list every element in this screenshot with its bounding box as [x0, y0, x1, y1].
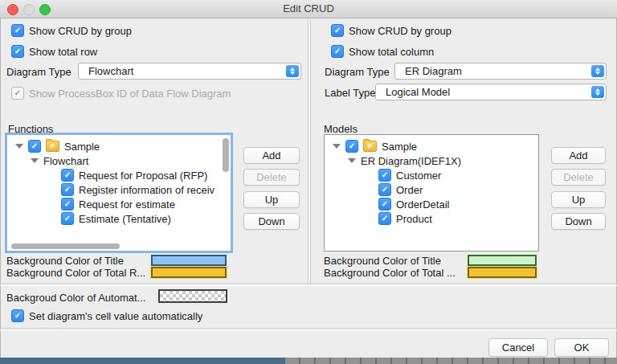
right-show-crud-checkbox[interactable] — [331, 24, 344, 37]
tree-item-flowchart[interactable]: Flowchart — [7, 153, 231, 168]
sample-checkbox[interactable] — [345, 140, 358, 153]
combo-stepper-icon — [591, 65, 604, 77]
set-cell-value-checkbox[interactable] — [11, 309, 24, 322]
tree-item-product[interactable]: Product — [325, 211, 538, 226]
tree-item-label: Register information of receiv — [79, 184, 215, 196]
footer-divider — [0, 328, 617, 331]
left-bg-total-label: Background Color of Total R... — [6, 267, 145, 279]
left-show-total-checkbox[interactable] — [11, 45, 24, 58]
tree-item-order[interactable]: Order — [325, 182, 538, 197]
left-add-button[interactable]: Add — [243, 147, 300, 164]
right-add-button[interactable]: Add — [551, 147, 606, 164]
left-title-color-swatch[interactable] — [151, 255, 227, 266]
left-show-crud-row: Show CRUD by group — [11, 24, 132, 37]
section-divider — [0, 283, 617, 286]
bg-automatic-label: Backgroud Color of Automat... — [6, 292, 145, 304]
disclosure-triangle-icon[interactable] — [348, 158, 356, 163]
tree-item-label: Sample — [64, 141, 100, 153]
left-show-crud-checkbox[interactable] — [11, 24, 24, 37]
item-checkbox[interactable] — [378, 183, 391, 196]
combo-stepper-icon — [286, 65, 299, 77]
tree-item-request-estimate[interactable]: Request for estimate — [7, 197, 231, 211]
models-tree-list[interactable]: P Sample ER Diagram(IDEF1X) Customer Ord… — [324, 134, 539, 252]
item-checkbox[interactable] — [378, 212, 391, 225]
functions-tree-list[interactable]: P Sample Flowchart Request for Proposal … — [6, 134, 231, 252]
tree-item-label: Product — [396, 213, 432, 225]
project-folder-letter: P — [50, 142, 55, 150]
left-processbox-checkbox — [11, 87, 24, 100]
panel-divider — [308, 19, 311, 284]
item-checkbox[interactable] — [61, 169, 74, 182]
right-show-total-checkbox[interactable] — [331, 45, 344, 58]
tree-item-label: ER Diagram(IDEF1X) — [361, 155, 461, 167]
functions-label: Functions — [8, 123, 53, 135]
tree-item-orderdetail[interactable]: OrderDetail — [325, 197, 538, 211]
tree-item-sample[interactable]: P Sample — [7, 139, 231, 153]
right-total-color-swatch[interactable] — [468, 267, 537, 278]
tree-item-label: Sample — [382, 141, 417, 153]
tree-item-label: Estimate (Tentative) — [79, 213, 171, 225]
right-label-type-select[interactable]: Logical Model — [375, 84, 607, 100]
tree-item-rfp[interactable]: Request for Proposal (RFP) — [7, 168, 231, 182]
left-show-total-label: Show total row — [29, 46, 97, 58]
item-checkbox[interactable] — [378, 198, 391, 211]
tree-item-customer[interactable]: Customer — [325, 168, 538, 182]
edit-crud-dialog: Edit CRUD Show CRUD by group Show total … — [0, 0, 617, 364]
left-down-button[interactable]: Down — [243, 213, 300, 230]
item-checkbox[interactable] — [61, 198, 74, 211]
left-show-total-row: Show total row — [11, 45, 97, 58]
right-up-button[interactable]: Up — [551, 191, 606, 208]
right-diagram-type-label: Diagram Type — [325, 66, 390, 78]
left-total-color-swatch[interactable] — [151, 267, 227, 278]
set-cell-value-label: Set diagram's cell value automatically — [29, 310, 202, 322]
left-show-crud-label: Show CRUD by group — [29, 25, 132, 37]
title-bar: Edit CRUD — [0, 0, 617, 18]
left-processbox-row: Show ProcessBox ID of Data Flow Diagram — [11, 87, 231, 100]
tree-item-er-diagram[interactable]: ER Diagram(IDEF1X) — [325, 153, 538, 168]
sample-checkbox[interactable] — [28, 140, 41, 153]
background-window-edge-left — [0, 358, 285, 364]
right-bg-total-label: Background Color of Total ... — [324, 267, 456, 279]
tree-item-estimate-tentative[interactable]: Estimate (Tentative) — [7, 211, 231, 226]
left-processbox-label: Show ProcessBox ID of Data Flow Diagram — [29, 88, 231, 100]
tree-item-register-info[interactable]: Register information of receiv — [7, 182, 231, 197]
right-title-color-swatch[interactable] — [468, 255, 537, 266]
project-folder-letter: P — [367, 142, 372, 150]
right-delete-button: Delete — [551, 169, 606, 186]
right-label-type-value: Logical Model — [386, 86, 450, 98]
tree-item-label: OrderDetail — [396, 198, 449, 211]
disclosure-triangle-icon[interactable] — [31, 158, 39, 163]
window-title: Edit CRUD — [0, 2, 617, 14]
right-show-total-label: Show total column — [349, 46, 434, 58]
vertical-scrollbar-thumb[interactable] — [223, 138, 229, 172]
tree-item-label: Customer — [396, 170, 441, 182]
left-delete-button: Delete — [243, 169, 300, 186]
right-show-crud-row: Show CRUD by group — [331, 24, 452, 37]
tree-item-label: Flowchart — [43, 155, 88, 167]
item-checkbox[interactable] — [61, 212, 74, 225]
models-label: Models — [324, 123, 358, 135]
tree-item-label: Request for Proposal (RFP) — [79, 170, 207, 182]
left-diagram-type-label: Diagram Type — [6, 66, 72, 78]
left-diagram-type-value: Flowchart — [88, 65, 133, 77]
right-show-total-row: Show total column — [331, 45, 434, 58]
ok-button[interactable]: OK — [554, 338, 609, 357]
right-label-type-label: Label Type — [325, 87, 375, 99]
disclosure-triangle-icon[interactable] — [333, 144, 341, 149]
left-bg-title-label: Background Color of Title — [6, 255, 124, 267]
cancel-button[interactable]: Cancel — [488, 338, 548, 357]
automatic-color-swatch[interactable] — [158, 289, 227, 303]
item-checkbox[interactable] — [61, 183, 74, 196]
left-up-button[interactable]: Up — [243, 191, 300, 208]
horizontal-scrollbar-thumb[interactable] — [11, 243, 120, 249]
right-down-button[interactable]: Down — [551, 213, 606, 230]
disclosure-triangle-icon[interactable] — [15, 144, 23, 149]
right-bg-title-label: Background Color of Title — [324, 255, 441, 267]
right-diagram-type-select[interactable]: ER Diagram — [394, 63, 607, 80]
project-folder-icon: P — [363, 141, 377, 152]
item-checkbox[interactable] — [378, 169, 391, 182]
set-cell-value-row: Set diagram's cell value automatically — [11, 309, 202, 322]
left-diagram-type-select[interactable]: Flowchart — [78, 63, 301, 80]
right-diagram-type-value: ER Diagram — [405, 65, 462, 77]
tree-item-sample[interactable]: P Sample — [325, 139, 538, 153]
